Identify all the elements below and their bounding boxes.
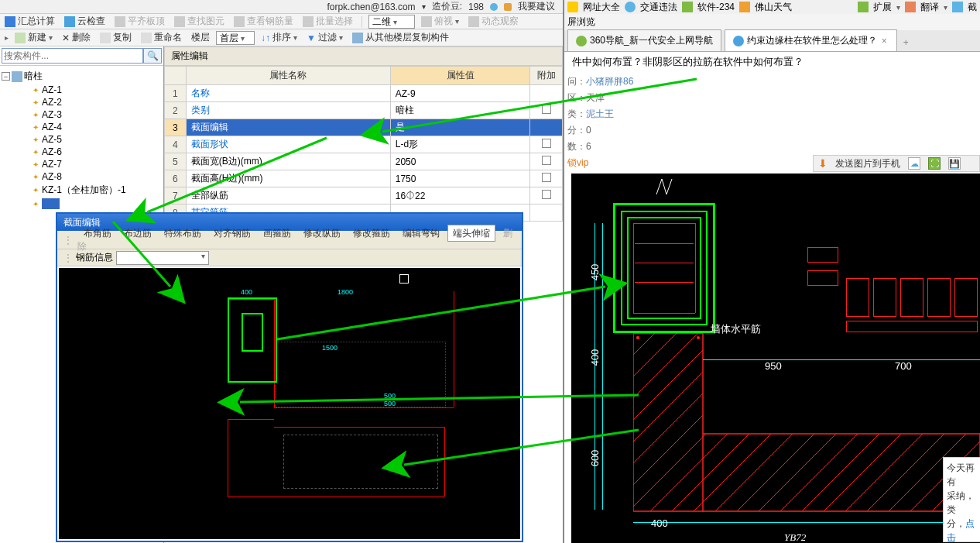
prop-value[interactable]: 暗柱 [390, 102, 530, 119]
filter-button[interactable]: ▼过滤▾ [303, 30, 346, 45]
floor-select[interactable]: 首层 ▾ [216, 31, 255, 45]
section-tab[interactable]: 修改纵筋 [299, 225, 345, 241]
prop-value[interactable]: 1750 [390, 170, 530, 187]
sort-button[interactable]: ↓↑排序▾ [258, 30, 300, 45]
cat-link[interactable]: 泥土王 [586, 108, 614, 119]
section-tab[interactable]: 编辑弯钩 [398, 225, 444, 241]
tree-item[interactable]: ✦AZ-5 [2, 133, 162, 146]
prop-value[interactable]: AZ-9 [390, 85, 530, 102]
tree-item[interactable]: ✦AZ-8 [2, 170, 162, 183]
prop-extra[interactable] [530, 153, 563, 170]
suggest-link[interactable]: 我要建议 [518, 0, 555, 13]
dim-line-h2 [703, 359, 980, 360]
send-phone-button[interactable]: 发送图片到手机 [835, 157, 900, 170]
tree-item[interactable]: ✦KZ-1（全柱加密）-1 [2, 183, 162, 198]
copy-other-button[interactable]: 从其他楼层复制构件 [349, 30, 452, 45]
prop-extra[interactable] [530, 136, 563, 153]
bm1[interactable]: 网址大全 [583, 1, 620, 14]
bookmark-icon[interactable] [567, 2, 578, 12]
cloud-upload-icon[interactable]: ☁ [908, 157, 920, 170]
cad-viewer[interactable]: ⬇ 发送图片到手机 ☁ ⛶ 💾 950 70 [571, 174, 980, 543]
prop-extra[interactable] [530, 119, 563, 136]
expand-icon[interactable]: ▸ [5, 33, 9, 42]
notification-icon[interactable] [490, 3, 498, 11]
fullscreen-icon[interactable]: ⛶ [928, 157, 941, 170]
property-row[interactable]: 2类别暗柱 [165, 102, 563, 119]
property-row[interactable]: 5截面宽(B边)(mm)2050 [165, 153, 563, 170]
cloud-icon [64, 16, 75, 27]
tree-filter-icon[interactable] [12, 71, 22, 82]
tree-item[interactable]: ✦AZ-3 [2, 108, 162, 121]
vip-link[interactable]: 锁vip [567, 157, 588, 168]
rebar-button[interactable]: 查看钢筋量 [231, 14, 296, 29]
section-tab[interactable]: 端头伸缩 [447, 225, 495, 242]
section-tab[interactable]: 画箍筋 [259, 225, 296, 241]
delete-button[interactable]: ✕ 删除 [59, 30, 94, 45]
prop-value[interactable]: L-d形 [390, 136, 530, 153]
section-tab[interactable]: 修改箍筋 [348, 225, 395, 241]
browser-tabs: 360导航_新一代安全上网导航 约束边缘柱在软件里怎么处理？ × + [564, 30, 980, 52]
prop-value[interactable]: 是 [390, 119, 530, 136]
collapse-icon[interactable]: − [2, 72, 10, 81]
property-row[interactable]: 7全部纵筋16⏀22 [165, 187, 563, 204]
sub-toolbar: ▸ 新建▾ ✕ 删除 复制 重命名 楼层 首层 ▾ ↓↑排序▾ ▼过滤▾ 从其他… [0, 29, 563, 46]
tab-question[interactable]: 约束边缘柱在软件里怎么处理？ × [725, 29, 897, 51]
tab-close-icon[interactable]: × [880, 36, 889, 46]
tree-item[interactable]: ✦AZ-1 [2, 84, 162, 96]
user-link[interactable]: 小猪胖胖86 [586, 76, 633, 87]
bm3[interactable]: 软件-234 [697, 1, 735, 14]
tree-item[interactable]: ✦AZ-7 [2, 158, 162, 170]
translate-icon[interactable] [905, 2, 916, 12]
prop-extra[interactable] [530, 85, 563, 102]
property-row[interactable]: 3截面编辑是 [165, 119, 563, 136]
cloud-check-button[interactable]: 云检查 [61, 14, 108, 29]
tab-360[interactable]: 360导航_新一代安全上网导航 [567, 29, 721, 51]
section-canvas[interactable]: 400 1800 1500 500 500 [59, 268, 520, 539]
prop-name: 截面宽(B边)(mm) [186, 153, 390, 170]
property-row[interactable]: 4截面形状L-d形 [165, 136, 563, 153]
section-tab[interactable]: 布边筋 [119, 225, 156, 241]
side-view-button[interactable]: 俯视▾ [418, 14, 462, 29]
search-input[interactable] [2, 48, 143, 64]
tree-item[interactable]: ✦AZ-6 [2, 146, 162, 158]
tree-item[interactable]: ✦ [2, 198, 162, 210]
screenshot-icon[interactable] [952, 2, 963, 12]
prop-extra[interactable] [530, 102, 563, 119]
flat-button[interactable]: 平齐板顶 [111, 14, 168, 29]
section-tab[interactable]: 对齐钢筋 [209, 225, 255, 241]
shape-line [228, 419, 274, 420]
question-text: 件中如何布置？非阴影区的拉筋在软件中如何布置？ [564, 52, 980, 72]
bm4[interactable]: 佛山天气 [755, 1, 792, 14]
property-row[interactable]: 6截面高(H边)(mm)1750 [165, 170, 563, 187]
sum-button[interactable]: 汇总计算 [2, 14, 58, 29]
save-cad-icon[interactable]: 💾 [948, 157, 961, 170]
download-icon[interactable]: ⬇ [818, 157, 828, 170]
ext-icon[interactable] [858, 2, 869, 12]
new-button[interactable]: 新建▾ [12, 30, 56, 45]
tree-root[interactable]: − 暗柱 [2, 69, 162, 84]
tab-add-icon[interactable]: + [900, 34, 912, 51]
search-button[interactable]: 🔍 [143, 48, 162, 64]
msg-icon[interactable] [504, 3, 512, 11]
prop-value[interactable]: 2050 [390, 153, 530, 170]
rebar-grid [276, 342, 446, 407]
section-tab[interactable]: 特殊布筋 [159, 225, 206, 241]
rename-button[interactable]: 重命名 [138, 30, 185, 45]
dynamic-view-button[interactable]: 动态观察 [465, 14, 522, 29]
find-button[interactable]: 查找图元 [171, 14, 228, 29]
bm2[interactable]: 交通违法 [640, 1, 677, 14]
copy-button[interactable]: 复制 [97, 30, 135, 45]
prop-value[interactable]: 16⏀22 [390, 187, 530, 204]
view-2d-select[interactable]: 二维 ▾ [368, 15, 415, 29]
rebar-info-select[interactable]: ▾ [116, 251, 209, 265]
email-dropdown-icon[interactable]: ▾ [422, 2, 426, 11]
prop-extra[interactable] [530, 204, 563, 222]
preview-label[interactable]: 屏浏览 [567, 15, 595, 29]
tree-item[interactable]: ✦AZ-4 [2, 121, 162, 133]
property-row[interactable]: 1名称AZ-9 [165, 85, 563, 102]
dim-line-v2 [602, 223, 603, 510]
tree-item[interactable]: ✦AZ-2 [2, 96, 162, 108]
batch-button[interactable]: 批量选择 [300, 14, 356, 29]
prop-extra[interactable] [530, 187, 563, 204]
prop-extra[interactable] [530, 170, 563, 187]
